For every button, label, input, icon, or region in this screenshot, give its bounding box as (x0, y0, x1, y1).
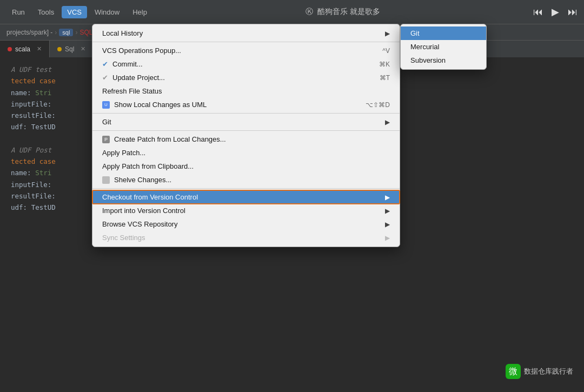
submenu-checkout: Git Mercurial Subversion (400, 24, 487, 70)
submenu-git-item[interactable]: Git (401, 26, 486, 40)
create-patch-label: Create Patch from Local Changes... (114, 135, 226, 143)
show-uml-label: Show Local Changes as UML (114, 101, 207, 109)
vcs-operations-item[interactable]: VCS Operations Popup... ^V (92, 44, 400, 57)
sep2 (92, 113, 400, 114)
apply-patch-label: Apply Patch... (102, 149, 145, 157)
submenu-mercurial-item[interactable]: Mercurial (401, 40, 486, 54)
local-history-label: Local History (102, 29, 143, 37)
sep3 (92, 130, 400, 131)
vcs-dropdown-menu: Local History ▶ VCS Operations Popup... … (92, 24, 400, 247)
git-arrow: ▶ (385, 118, 390, 126)
shelve-icon (102, 176, 110, 184)
vcs-checkout-item[interactable]: Checkout from Version Control ▶ (92, 190, 400, 204)
wechat-icon: 微 (506, 364, 521, 379)
watermark: 微 数据仓库践行者 (506, 364, 573, 379)
sync-arrow: ▶ (385, 234, 390, 242)
vcs-commit-item[interactable]: ✔ Commit... ⌘K (92, 57, 400, 71)
vcs-local-history[interactable]: Local History ▶ (92, 26, 400, 40)
vcs-apply-patch-item[interactable]: Apply Patch... (92, 146, 400, 160)
apply-patch-clipboard-label: Apply Patch from Clipboard... (102, 162, 194, 170)
vcs-create-patch-item[interactable]: P Create Patch from Local Changes... (92, 132, 400, 146)
import-arrow: ▶ (385, 207, 390, 215)
commit-label: Commit... (112, 60, 143, 68)
update-check-icon: ✔ (102, 74, 108, 82)
submenu-subversion-item[interactable]: Subversion (401, 54, 486, 67)
shelve-label: Shelve Changes... (114, 176, 171, 184)
commit-shortcut: ⌘K (379, 61, 390, 68)
vcs-show-uml-item[interactable]: U Show Local Changes as UML ⌥⇧⌘D (92, 98, 400, 111)
update-label: Update Project... (112, 74, 165, 82)
sep4 (92, 188, 400, 189)
refresh-label: Refresh File Status (102, 87, 162, 95)
vcs-apply-patch-clipboard-item[interactable]: Apply Patch from Clipboard... (92, 160, 400, 173)
vcs-browse-item[interactable]: Browse VCS Repository ▶ (92, 217, 400, 231)
vcs-import-item[interactable]: Import into Version Control ▶ (92, 204, 400, 217)
checkout-label: Checkout from Version Control (102, 193, 198, 201)
sep1 (92, 42, 400, 42)
import-label: Import into Version Control (102, 207, 185, 215)
uml-icon: U (102, 101, 110, 109)
git-label: Git (102, 118, 111, 126)
commit-check-icon: ✔ (102, 60, 108, 68)
checkout-arrow: ▶ (385, 194, 390, 201)
browse-label: Browse VCS Repository (102, 220, 177, 228)
vcs-update-item[interactable]: ✔ Update Project... ⌘T (92, 71, 400, 84)
vcs-shelve-item[interactable]: Shelve Changes... (92, 173, 400, 187)
vcs-sync-item[interactable]: Sync Settings ▶ (92, 231, 400, 244)
vcs-git-item[interactable]: Git ▶ (92, 115, 400, 129)
browse-arrow: ▶ (385, 221, 390, 228)
watermark-text: 数据仓库践行者 (524, 367, 573, 376)
update-shortcut: ⌘T (380, 74, 390, 82)
vcs-operations-label: VCS Operations Popup... (102, 46, 181, 55)
local-history-arrow: ▶ (385, 30, 390, 37)
vcs-refresh-item[interactable]: Refresh File Status (92, 84, 400, 98)
menu-overlay: Local History ▶ VCS Operations Popup... … (0, 0, 584, 392)
sync-label: Sync Settings (102, 234, 145, 242)
vcs-operations-shortcut: ^V (382, 47, 390, 55)
show-uml-shortcut: ⌥⇧⌘D (366, 101, 390, 109)
patch-icon: P (102, 136, 110, 143)
